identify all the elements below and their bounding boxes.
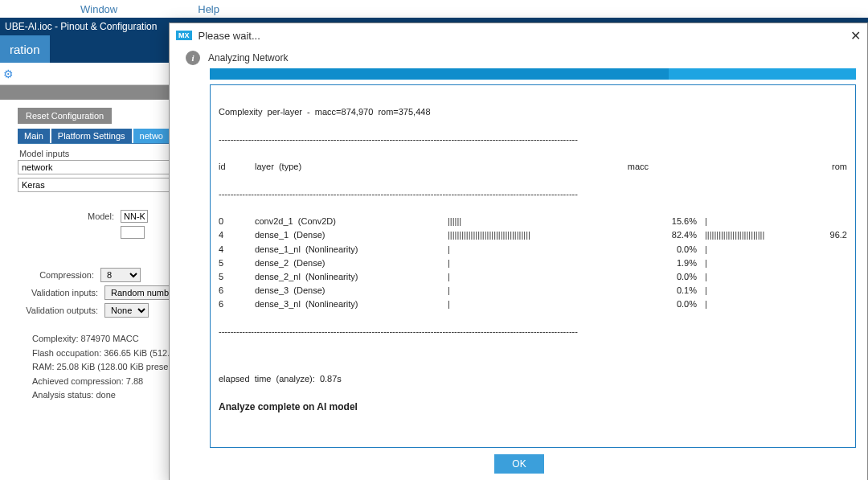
menu-window[interactable]: Window <box>80 3 117 15</box>
ribbon-tab-configuration[interactable]: ration <box>0 36 50 63</box>
compression-label: Compression: <box>18 270 94 280</box>
model-label: Model: <box>18 211 114 221</box>
menubar: Window Help <box>0 0 868 18</box>
console-summary: Complexity per-layer - macc=874,970 rom=… <box>219 105 847 119</box>
dialog-title: Please wait... <box>199 30 260 42</box>
console-row: 5dense_2_nl (Nonlinearity)|0.0%| <box>219 270 847 284</box>
info-icon: i <box>186 51 200 65</box>
analysis-console: Complexity per-layer - macc=874,970 rom=… <box>210 84 856 448</box>
mx-icon: MX <box>176 31 192 40</box>
menu-help[interactable]: Help <box>198 3 219 15</box>
validation-inputs-label: Validation inputs: <box>18 288 98 297</box>
dialog-titlebar: MX Please wait... ✕ <box>170 23 867 47</box>
model-extra-input[interactable] <box>121 226 145 239</box>
console-row: 4dense_1 (Dense)||||||||||||||||||||||||… <box>219 228 847 242</box>
model-input[interactable] <box>121 210 148 223</box>
console-row: 0conv2d_1 (Conv2D)||||||15.6%| <box>219 215 847 228</box>
console-row: 6dense_3 (Dense)|0.1%| <box>219 284 847 297</box>
console-elapsed: elapsed time (analyze): 0.87s <box>219 372 847 386</box>
console-complete: Analyze complete on AI model <box>219 400 847 415</box>
please-wait-dialog: MX Please wait... ✕ i Analyzing Network … <box>169 23 868 480</box>
reset-configuration-button[interactable]: Reset Configuration <box>18 108 112 124</box>
tab-main[interactable]: Main <box>18 129 50 143</box>
ok-button[interactable]: OK <box>494 454 543 474</box>
tab-network[interactable]: netwo <box>133 129 170 143</box>
console-row: 6dense_3_nl (Nonlinearity)|0.0%| <box>219 297 847 311</box>
validation-outputs-label: Validation outputs: <box>18 306 98 315</box>
close-icon[interactable]: ✕ <box>850 28 861 43</box>
compression-select[interactable]: 8 <box>100 268 141 282</box>
gear-icon[interactable]: ⚙ <box>3 68 14 80</box>
analyzing-label: Analyzing Network <box>208 52 288 64</box>
console-row: 5dense_2 (Dense)|1.9%| <box>219 256 847 270</box>
tab-platform-settings[interactable]: Platform Settings <box>51 129 132 143</box>
progress-bar <box>210 68 856 80</box>
console-row: 4dense_1_nl (Nonlinearity)|0.0%| <box>219 243 847 256</box>
console-header: idlayer (type)maccrom <box>219 160 847 174</box>
validation-outputs-select[interactable]: None <box>104 303 149 318</box>
